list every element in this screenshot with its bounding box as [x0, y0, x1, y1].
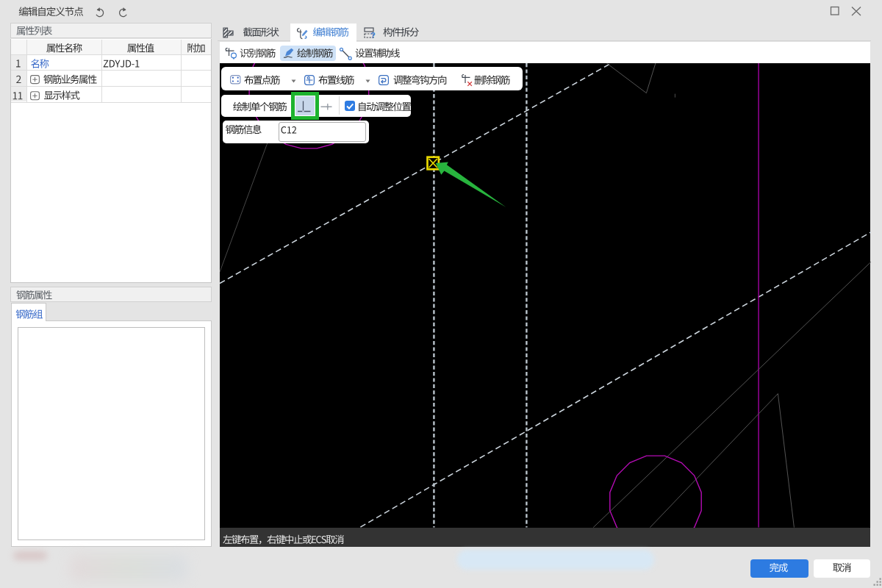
svg-text:?: ?: [370, 31, 376, 40]
